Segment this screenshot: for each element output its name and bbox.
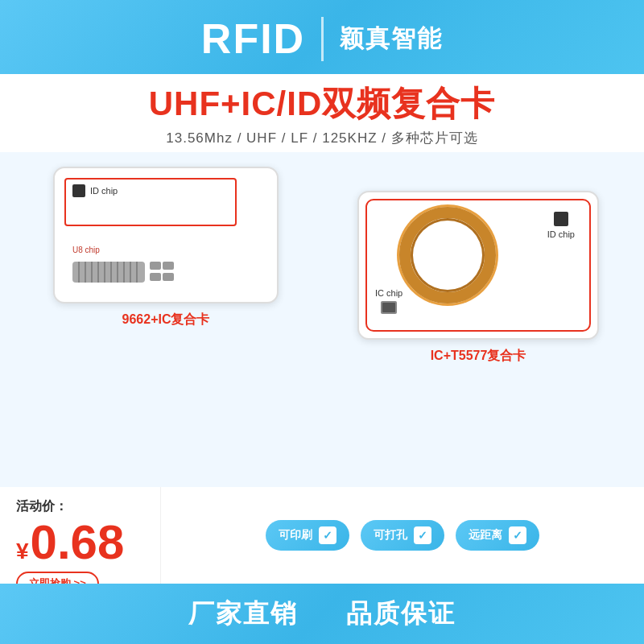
brand-name: 颖真智能	[340, 23, 443, 56]
header: RFID 颖真智能	[0, 0, 644, 74]
check-icon-print: ✓	[319, 526, 336, 544]
u8-chip-label: U8 chip	[72, 246, 177, 254]
id-chip-left: ID chip	[72, 184, 118, 197]
feature-badge-print: 可印刷 ✓	[266, 520, 349, 551]
id-chip-square-right	[554, 212, 568, 226]
banner-left-text: 厂家直销	[188, 597, 298, 632]
antenna-coil-svg	[72, 257, 177, 287]
price-row: ¥ 0.68	[16, 518, 144, 567]
svg-rect-12	[163, 262, 174, 270]
activity-label: 活动价：	[16, 498, 144, 515]
uhf-antenna-area: U8 chip	[72, 246, 177, 291]
bottom-banner: 厂家直销 品质保证	[0, 584, 644, 644]
feature-print-label: 可印刷	[279, 528, 312, 543]
card-right: ID chip IC chip	[357, 191, 599, 340]
left-card-wrapper: ID chip U8 chip	[16, 167, 316, 328]
ic-label-right: IC chip	[375, 288, 402, 298]
id-chip-square-left	[72, 184, 85, 197]
ic-chip-square	[381, 301, 397, 314]
id-chip-right: ID chip	[547, 212, 575, 239]
svg-rect-11	[150, 262, 161, 270]
card-right-label: IC+T5577复合卡	[431, 348, 526, 365]
svg-rect-13	[150, 273, 161, 281]
subtitle: 13.56Mhz / UHF / LF / 125KHZ / 多种芯片可选	[16, 129, 628, 147]
svg-rect-14	[163, 273, 174, 281]
id-chip-label-left: ID chip	[90, 186, 118, 196]
bottom-section: 活动价： ¥ 0.68 立即抢购 >> 可印刷 ✓ 可打孔 ✓ 远距离	[0, 487, 644, 644]
check-icon-hole: ✓	[414, 526, 431, 544]
price-number: 0.68	[31, 518, 125, 567]
feature-badge-hole: 可打孔 ✓	[361, 520, 444, 551]
card-left-label: 9662+IC复合卡	[122, 312, 210, 328]
feature-range-label: 远距离	[469, 528, 502, 543]
card-left: ID chip U8 chip	[53, 167, 279, 303]
check-icon-range: ✓	[509, 526, 526, 544]
id-label-right: ID chip	[547, 229, 575, 239]
feature-badge-range: 远距离 ✓	[456, 520, 539, 551]
feature-hole-label: 可打孔	[374, 528, 407, 543]
rfid-title: RFID	[201, 14, 305, 63]
price-area: 活动价： ¥ 0.68 立即抢购 >>	[0, 487, 161, 584]
features-area: 可印刷 ✓ 可打孔 ✓ 远距离 ✓	[161, 487, 644, 584]
ic-chip-right: IC chip	[375, 288, 402, 314]
cards-section: ID chip U8 chip	[0, 152, 644, 487]
bottom-top-row: 活动价： ¥ 0.68 立即抢购 >> 可印刷 ✓ 可打孔 ✓ 远距离	[0, 487, 644, 584]
copper-coil	[399, 207, 496, 303]
banner-right-text: 品质保证	[346, 597, 456, 632]
main-title: UHF+IC/ID双频复合卡	[16, 85, 628, 122]
svg-rect-0	[72, 262, 145, 283]
header-divider	[321, 17, 324, 61]
right-card-wrapper: ID chip IC chip IC+T5577复合卡	[328, 191, 628, 365]
page-container: RFID 颖真智能 UHF+IC/ID双频复合卡 13.56Mhz / UHF …	[0, 0, 644, 644]
title-section: UHF+IC/ID双频复合卡 13.56Mhz / UHF / LF / 125…	[0, 74, 644, 152]
currency-sign: ¥	[16, 539, 29, 564]
